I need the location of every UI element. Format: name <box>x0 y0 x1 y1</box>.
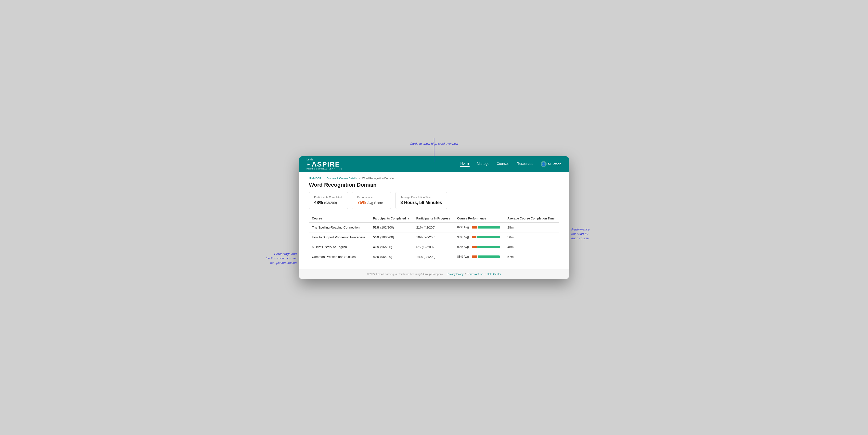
cell-avg-completion: 57m <box>504 252 559 262</box>
nav-link-resources[interactable]: Resources <box>517 162 533 167</box>
bar-orange <box>472 236 476 238</box>
cell-course-name: The Spelling-Reading Connection <box>309 223 370 232</box>
card-participants-label: Participants Completed <box>314 196 343 199</box>
footer-help-center[interactable]: Help Center <box>487 273 501 275</box>
bar-wrapper <box>472 236 502 238</box>
bar-green <box>478 256 500 258</box>
card-performance-sub: Avg Score <box>367 201 383 205</box>
col-header-performance: Course Performance <box>454 215 505 223</box>
print-icon: 🖨 <box>546 168 549 172</box>
nav-link-home[interactable]: Home <box>460 161 469 167</box>
annotation-right-text: Performancebar chart foreach course <box>571 228 589 240</box>
card-performance-value: 75% Avg Score <box>357 200 386 205</box>
logo-lexia: Lexia <box>307 158 343 161</box>
bar-green <box>478 226 500 229</box>
col-header-in-progress: Participants In Progress <box>413 215 454 223</box>
nav-link-manage[interactable]: Manage <box>477 162 489 167</box>
footer-terms-of-use[interactable]: Terms of Use <box>467 273 483 275</box>
cell-course-name: Common Prefixes and Suffixes <box>309 252 370 262</box>
bar-orange <box>472 246 477 248</box>
footer-copyright: © 2022 Lexia Learning, a Cambium Learnin… <box>367 273 443 275</box>
breadcrumb-sep1: › <box>323 177 324 180</box>
cell-participants-in-progress: 6% (12/200) <box>413 242 454 252</box>
annotation-top: Cards to show high-level overview <box>410 141 458 146</box>
col-header-avg-completion: Average Course Completion Time <box>504 215 559 223</box>
cell-avg-completion: 28m <box>504 223 559 232</box>
logo-aspire: ASPIRE <box>312 161 340 168</box>
nav-user[interactable]: 👤 M. Wade <box>541 161 562 167</box>
table-header-row: Course Participants Completed ▾ Particip… <box>309 215 559 223</box>
data-table: Course Participants Completed ▾ Particip… <box>309 215 559 262</box>
bar-green <box>477 236 500 238</box>
footer-privacy-policy[interactable]: Privacy Policy <box>447 273 463 275</box>
bar-orange <box>472 226 477 229</box>
card-completion-value: 3 Hours, 56 Minutes <box>400 200 442 205</box>
cell-participants-completed: 51% (102/200) <box>370 223 413 232</box>
table-row: The Spelling-Reading Connection51% (102/… <box>309 223 559 232</box>
perf-avg-label: 88% Avg <box>457 255 470 258</box>
table-body: The Spelling-Reading Connection51% (102/… <box>309 223 559 262</box>
card-participants-fraction: (93/200) <box>324 201 337 205</box>
logo-icon: ⊟ <box>307 161 311 167</box>
annotation-line-top <box>434 138 434 162</box>
cell-course-performance: 90% Avg <box>454 242 505 252</box>
card-completion-minutes: 56 Minutes <box>419 200 442 205</box>
nav-link-courses[interactable]: Courses <box>497 162 509 167</box>
user-name: M. Wade <box>548 162 562 166</box>
cell-participants-in-progress: 14% (28/200) <box>413 252 454 262</box>
bar-wrapper <box>472 256 502 258</box>
cell-course-performance: 82% Avg <box>454 223 505 232</box>
card-performance: Performance 75% Avg Score <box>352 192 391 209</box>
print-label: PRINT <box>550 168 559 172</box>
perf-bar-container: 88% Avg <box>457 255 502 258</box>
perf-avg-label: 90% Avg <box>457 245 470 248</box>
annotation-right: Performancebar chart foreach course <box>571 227 611 241</box>
cell-participants-completed: 49% (96/200) <box>370 242 413 252</box>
annotation-left-text: Percentage andfraction shown in usercomp… <box>266 252 297 265</box>
card-completion-hours: 3 Hours, <box>400 200 419 205</box>
page-wrapper: Cards to show high-level overview Percen… <box>299 156 569 279</box>
cell-avg-completion: 56m <box>504 232 559 242</box>
sort-icon: ▾ <box>408 217 409 220</box>
card-performance-score: 75% <box>357 200 366 205</box>
logo-sub: PROFESSIONAL LEARNING <box>307 168 343 170</box>
table-row: A Brief History of English49% (96/200)6%… <box>309 242 559 252</box>
cell-course-name: How to Support Phonemic Awareness <box>309 232 370 242</box>
nav-links: Home Manage Courses Resources 👤 M. Wade <box>460 161 561 167</box>
print-button[interactable]: 🖨 PRINT <box>546 168 559 172</box>
summary-cards: Participants Completed 48% (93/200) Perf… <box>309 192 559 209</box>
table-row: Common Prefixes and Suffixes49% (96/200)… <box>309 252 559 262</box>
card-participants-value: 48% (93/200) <box>314 200 343 205</box>
cell-course-performance: 88% Avg <box>454 252 505 262</box>
bar-orange <box>472 256 477 258</box>
page-title: Word Recognition Domain <box>309 182 394 188</box>
bar-wrapper <box>472 246 502 248</box>
perf-bar-container: 90% Avg <box>457 245 502 248</box>
user-icon: 👤 <box>541 161 547 167</box>
cell-course-performance: 96% Avg <box>454 232 505 242</box>
page-footer: © 2022 Lexia Learning, a Cambium Learnin… <box>299 269 569 279</box>
cell-participants-in-progress: 10% (20/200) <box>413 232 454 242</box>
perf-bar-container: 96% Avg <box>457 235 502 239</box>
card-participants-pct: 48% <box>314 200 323 205</box>
breadcrumb-utah-doe[interactable]: Utah DOE <box>309 177 321 180</box>
browser-window: Lexia ⊟ ASPIRE PROFESSIONAL LEARNING Hom… <box>299 156 569 279</box>
card-performance-label: Performance <box>357 196 386 199</box>
perf-avg-label: 96% Avg <box>457 235 470 239</box>
card-completion-label: Average Completion Time <box>400 196 442 199</box>
breadcrumb-sep2: › <box>359 177 360 180</box>
bar-wrapper <box>472 226 502 229</box>
card-completion-time: Average Completion Time 3 Hours, 56 Minu… <box>395 192 447 209</box>
perf-avg-label: 82% Avg <box>457 226 470 229</box>
breadcrumb-domain-course[interactable]: Domain & Course Details <box>327 177 357 180</box>
col-header-course: Course <box>309 215 370 223</box>
cell-participants-completed: 50% (100/200) <box>370 232 413 242</box>
breadcrumb-current: Word Recognition Domain <box>362 177 394 180</box>
annotation-left: Percentage andfraction shown in usercomp… <box>260 252 297 265</box>
bar-green <box>477 246 500 248</box>
cell-avg-completion: 48m <box>504 242 559 252</box>
page-content: Utah DOE › Domain & Course Details › Wor… <box>299 172 569 269</box>
col-header-participants-completed[interactable]: Participants Completed ▾ <box>370 215 413 223</box>
table-row: How to Support Phonemic Awareness50% (10… <box>309 232 559 242</box>
card-participants-completed: Participants Completed 48% (93/200) <box>309 192 348 209</box>
